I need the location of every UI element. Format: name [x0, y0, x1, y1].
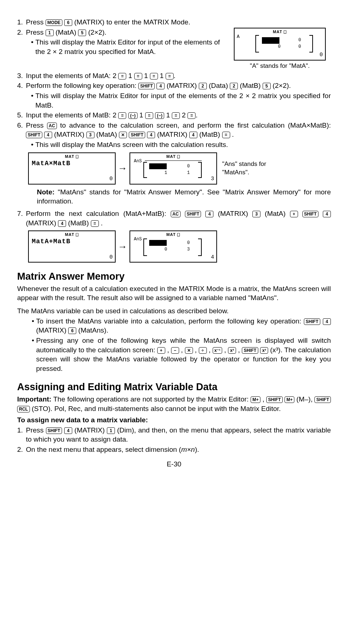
- key-x2: x²: [228, 347, 236, 354]
- screen-ans-1: MAT ⎕ AnS 1 0 1 3: [129, 152, 217, 185]
- aem-step-1: 1. Press SHIFT 4 (MATRIX) 1 (Dim), and t…: [17, 426, 331, 444]
- step-1: 1. Press MODE 6 (MATRIX) to enter the MA…: [17, 18, 331, 27]
- heading-mam: Matrix Answer Memory: [17, 270, 331, 283]
- note: Note: "MatAns" stands for "Matrix Answer…: [37, 187, 331, 206]
- step-4: 4. Perform the following key operation: …: [17, 81, 331, 110]
- key-5: 5: [78, 30, 86, 36]
- screen-ans-2: MAT ⎕ AnS 0 0 3 4: [129, 230, 217, 263]
- key-ac: AC: [47, 123, 57, 129]
- key-xinv: x⁻¹: [213, 347, 223, 354]
- key-eq: =: [118, 73, 126, 79]
- screen-expr-2: MAT ⎕ MatA+MatB 0: [28, 230, 116, 263]
- key-div: ÷: [199, 347, 207, 354]
- key-mode: MODE: [46, 19, 62, 26]
- screens-row-2: MAT ⎕ MatA+MatB 0 → MAT ⎕ AnS 0 0 3 4: [28, 230, 331, 263]
- arrow-icon: →: [116, 162, 129, 175]
- page: 1. Press MODE 6 (MATRIX) to enter the MA…: [0, 0, 348, 477]
- heading-aem: Assigning and Editing Matrix Variable Da…: [17, 380, 331, 393]
- page-number: E-30: [17, 459, 331, 469]
- step-3: 3. Input the elements of MatA: 2 = 1 = 1…: [17, 71, 331, 81]
- ans-caption: "Ans" stands for "MatAns".: [222, 160, 281, 177]
- step-2: 2. Press 1 (MatA) 5 (2×2). •This will di…: [17, 28, 331, 70]
- screen-mata-editor: MAT ⎕ A 0 0 0 0: [234, 28, 326, 61]
- key-neg: (−): [128, 112, 138, 119]
- key-mplus: M+: [251, 396, 260, 403]
- screens-row-1: MAT ⎕ MatA×MatB 0 → MAT ⎕ AnS 1 0 1 3 "A…: [28, 152, 331, 185]
- key-1: 1: [46, 30, 54, 36]
- step-6: 6. Press AC to advance to the calculatio…: [17, 121, 331, 150]
- step-7: 7. Perform the next calculation (MatA+Ma…: [17, 209, 331, 228]
- arrow-icon: →: [116, 240, 129, 253]
- key-mul: ✕: [119, 132, 127, 138]
- key-6: 6: [64, 19, 72, 26]
- aem-step-2: 2. On the next menu that appears, select…: [17, 445, 331, 454]
- subheading: To assign new data to a matrix variable:: [17, 415, 331, 425]
- key-plus: +: [290, 211, 298, 217]
- screen-caption: "A" stands for "MatA".: [229, 62, 331, 70]
- key-rcl: RCL: [17, 406, 30, 412]
- key-minus: −: [171, 347, 179, 354]
- key-shift: SHIFT: [138, 83, 155, 89]
- step-5: 5. Input the elements of MatB: 2 = (−) 1…: [17, 110, 331, 120]
- screen-expr-1: MAT ⎕ MatA×MatB 0: [28, 152, 116, 185]
